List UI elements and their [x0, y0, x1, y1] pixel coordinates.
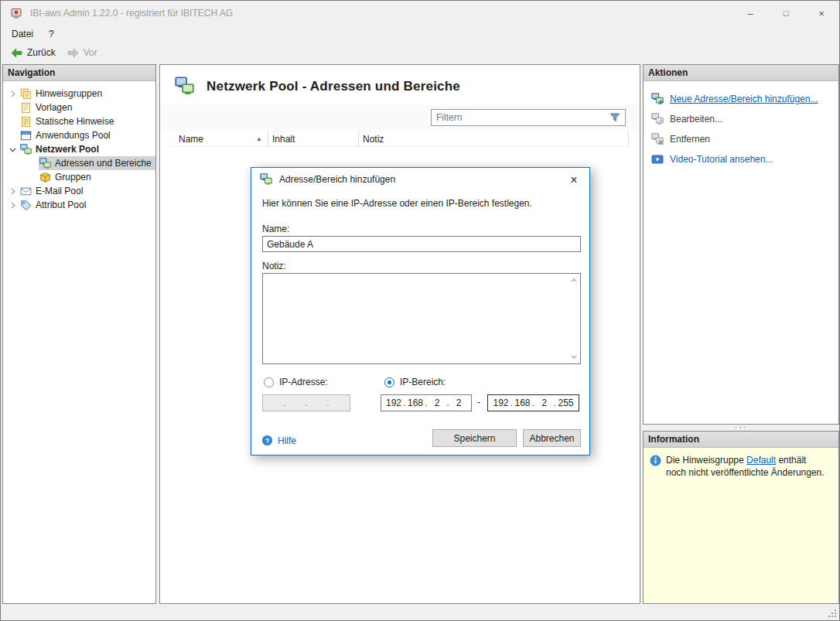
sidebar-item-adressen-und-bereiche[interactable]: Adressen und Bereiche — [3, 156, 155, 170]
sidebar-item-anwendungs-pool[interactable]: Anwendungs Pool — [3, 128, 155, 142]
maximize-button[interactable]: □ — [768, 1, 804, 26]
ip-range-from-input[interactable]: 192 . 168 . 2 . 2 — [381, 394, 472, 411]
ip-address-input: . . . — [262, 394, 350, 411]
cancel-button[interactable]: Abbrechen — [523, 429, 581, 447]
forward-button-label: Vor — [84, 47, 97, 58]
chevron-placeholder — [6, 115, 19, 128]
save-button[interactable]: Speichern — [432, 429, 517, 447]
action-add-address[interactable]: Neue Adresse/Bereich hinzufügen... — [644, 89, 838, 109]
window-controls: – □ × — [732, 1, 839, 26]
ip-address-radio-label: IP-Adresse: — [279, 377, 328, 387]
octet-value[interactable]: 2 — [429, 398, 446, 408]
status-bar — [1, 606, 839, 620]
sidebar-item-email-pool[interactable]: E-Mail Pool — [3, 184, 155, 198]
sidebar-item-netzwerk-pool[interactable]: Netzwerk Pool — [3, 142, 155, 156]
ip-range-radio[interactable]: IP-Bereich: — [384, 376, 446, 388]
app-window: IBI-aws Admin 1.22.0 - registriert für I… — [0, 0, 840, 621]
default-group-link[interactable]: Default — [746, 455, 776, 466]
sidebar-item-label: Netzwerk Pool — [36, 144, 99, 155]
chevron-down-icon[interactable] — [6, 143, 19, 155]
octet-separator: . — [326, 398, 330, 408]
network-pool-icon — [19, 143, 32, 155]
back-button-label: Zurück — [27, 47, 56, 58]
help-link[interactable]: Hilfe — [261, 435, 296, 446]
note-textarea[interactable] — [262, 273, 581, 364]
minimize-button[interactable]: – — [732, 1, 768, 26]
column-label: Name — [179, 134, 203, 145]
back-button[interactable]: Zurück — [5, 44, 60, 61]
page-title-row: Netzwerk Pool - Adressen und Bereiche — [173, 77, 460, 96]
column-header-name[interactable]: Name ▲ — [168, 131, 268, 146]
panel-splitter-handle[interactable]: ··· — [643, 424, 839, 431]
octet-value[interactable]: 2 — [535, 398, 553, 408]
name-field[interactable] — [262, 236, 581, 252]
sidebar-item-label: Anwendungs Pool — [36, 130, 111, 141]
name-label: Name: — [262, 223, 289, 234]
sidebar-item-gruppen[interactable]: Gruppen — [3, 170, 155, 184]
radio-checked-icon[interactable] — [384, 377, 394, 387]
actions-panel-header: Aktionen — [644, 65, 838, 81]
static-note-icon — [19, 115, 32, 128]
column-header-notiz[interactable]: Notiz — [359, 131, 629, 146]
sidebar-item-statische-hinweise[interactable]: Statische Hinweise — [3, 114, 155, 128]
notes-group-icon — [19, 87, 32, 100]
sort-ascending-icon: ▲ — [256, 136, 262, 142]
ip-range-to-input[interactable]: 192 . 168 . 2 . 255 — [487, 394, 579, 411]
resize-grip-icon[interactable] — [828, 609, 838, 619]
information-body: Die Hinweisgruppe Default enthält noch n… — [644, 448, 838, 603]
network-pool-icon — [173, 77, 196, 96]
action-label: Entfernen — [670, 134, 710, 145]
filter-input[interactable] — [432, 112, 609, 123]
column-header-inhalt[interactable]: Inhalt — [268, 131, 359, 146]
attribute-pool-icon — [19, 199, 32, 211]
column-label: Notiz — [363, 134, 384, 145]
octet-value[interactable]: 168 — [407, 398, 425, 408]
help-icon — [261, 435, 273, 446]
octet-value[interactable]: 192 — [492, 398, 510, 408]
octet-separator: . — [283, 398, 287, 408]
ip-address-radio[interactable]: IP-Adresse: — [264, 376, 328, 388]
octet-value[interactable]: 2 — [450, 398, 468, 408]
information-panel: Information Die Hinweisgruppe Default en… — [643, 431, 839, 604]
range-separator: - — [477, 397, 480, 408]
navigation-tree: Hinweisgruppen Vorlagen Statische Hinwei… — [3, 81, 155, 212]
chevron-right-icon[interactable] — [6, 87, 19, 100]
actions-panel: Aktionen Neue Adresse/Bereich hinzufügen… — [643, 64, 839, 425]
filter-box — [431, 109, 626, 126]
radio-unchecked-icon[interactable] — [264, 377, 274, 387]
forward-arrow-icon — [67, 46, 80, 60]
sidebar-item-vorlagen[interactable]: Vorlagen — [3, 101, 155, 114]
octet-value[interactable]: 168 — [514, 398, 531, 408]
groups-icon — [39, 171, 51, 183]
sidebar-item-attribut-pool[interactable]: Attribut Pool — [3, 198, 155, 212]
close-button[interactable]: × — [804, 1, 839, 26]
octet-value[interactable]: 255 — [557, 398, 575, 408]
add-address-icon — [651, 93, 664, 105]
action-label: Bearbeiten... — [670, 114, 722, 125]
octet-value[interactable]: 192 — [385, 398, 403, 408]
sidebar-item-label: E-Mail Pool — [36, 186, 83, 196]
sidebar-item-label: Vorlagen — [36, 102, 72, 113]
video-tutorial-icon — [651, 153, 664, 165]
title-bar[interactable]: IBI-aws Admin 1.22.0 - registriert für I… — [1, 1, 839, 26]
information-message: Die Hinweisgruppe Default enthält noch n… — [666, 454, 832, 597]
action-video-tutorial[interactable]: Video-Tutorial ansehen... — [644, 149, 838, 169]
menu-item-help[interactable]: ? — [41, 26, 62, 43]
navigation-panel-header: Navigation — [3, 65, 155, 81]
info-text-before: Die Hinweisgruppe — [666, 455, 746, 466]
chevron-right-icon[interactable] — [6, 199, 19, 211]
menu-item-datei[interactable]: Datei — [4, 26, 41, 43]
sidebar-item-hinweisgruppen[interactable]: Hinweisgruppen — [3, 87, 155, 101]
action-edit: Bearbeiten... — [644, 109, 838, 129]
octet-separator: . — [305, 398, 309, 408]
page-title: Netzwerk Pool - Adressen und Bereiche — [207, 79, 460, 94]
chevron-right-icon[interactable] — [6, 185, 19, 197]
dialog-title-bar[interactable]: Adresse/Bereich hinzufügen — [251, 168, 589, 191]
application-pool-icon — [19, 129, 32, 142]
dialog-close-icon[interactable]: × — [565, 172, 583, 188]
dialog-title: Adresse/Bereich hinzufügen — [279, 174, 395, 185]
filter-funnel-icon[interactable] — [609, 111, 621, 124]
information-panel-header: Information — [644, 432, 838, 448]
navigation-panel: Navigation Hinweisgruppen Vorlagen — [2, 64, 156, 604]
actions-list: Neue Adresse/Bereich hinzufügen... Bearb… — [644, 81, 838, 169]
